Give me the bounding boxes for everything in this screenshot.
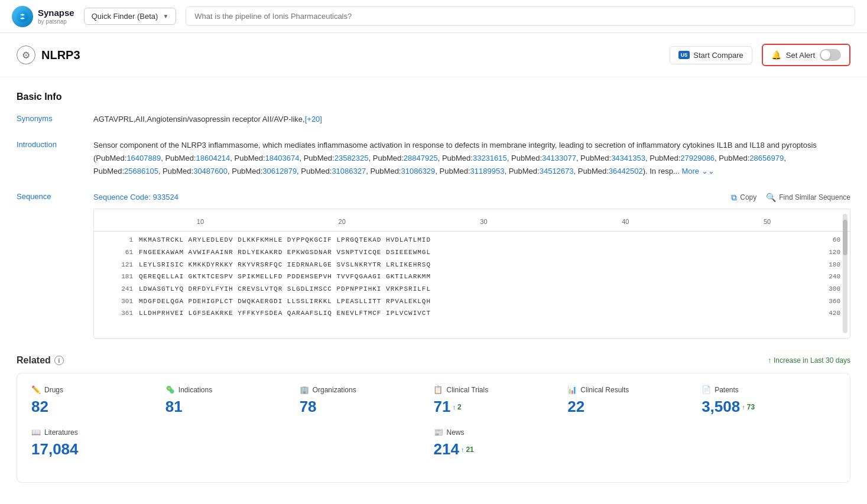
synapse-logo <box>12 6 33 27</box>
related-item-clinical-results[interactable]: 📊 Clinical Results 22 <box>567 385 702 428</box>
pubmed-link-11[interactable]: 25686105 <box>124 167 158 175</box>
related-item-header-literatures: 📖 Literatures <box>31 428 424 437</box>
related-item-drugs[interactable]: ✏️ Drugs 82 <box>31 385 165 428</box>
chevron-down-icon: ▼ <box>163 13 168 19</box>
drugs-icon: ✏️ <box>31 385 41 394</box>
introduction-label: Introduction <box>17 139 93 149</box>
seq-line-5: 241 LDWASGTLYQ DRFDYLFYIH CREVSLVTQR SLG… <box>94 283 850 295</box>
related-item-literatures[interactable]: 📖 Literatures 17,084 <box>31 428 434 470</box>
pubmed-link-4[interactable]: 23582325 <box>335 154 369 162</box>
introduction-row: Introduction Sensor component of the NLR… <box>17 139 850 178</box>
pubmed-link-3[interactable]: 18403674 <box>265 154 300 162</box>
sequence-value: Sequence Code: 933524 ⧉ Copy 🔍 Find Simi… <box>93 191 850 339</box>
pubmed-link-8[interactable]: 34341353 <box>611 154 645 162</box>
results-count: 22 <box>567 398 692 416</box>
set-alert-button[interactable]: 🔔 Set Alert <box>762 44 850 66</box>
related-row-1: ✏️ Drugs 82 🦠 Indications 81 <box>31 385 836 428</box>
pubmed-link-14[interactable]: 31086327 <box>332 167 366 175</box>
header-actions: U5 Start Compare 🔔 Set Alert <box>670 44 850 66</box>
related-item-clinical-trials[interactable]: 📋 Clinical Trials 71 ↑2 <box>433 385 567 428</box>
quick-finder-label: Quick Finder (Beta) <box>92 12 158 21</box>
pubmed-link-2[interactable]: 18604214 <box>196 154 230 162</box>
news-icon: 📰 <box>434 428 443 437</box>
pubmed-link-15[interactable]: 31086329 <box>401 167 435 175</box>
copy-button[interactable]: ⧉ Copy <box>731 193 756 203</box>
logo-area: Synapse by patsnap <box>12 6 74 27</box>
pubmed-link-12[interactable]: 30487600 <box>193 167 228 175</box>
intro-more-link[interactable]: More ⌄⌄ <box>681 167 714 175</box>
related-info-icon[interactable]: i <box>54 356 64 365</box>
alert-toggle[interactable] <box>820 49 841 61</box>
synonyms-row: Synonyms AGTAVPRL,AII,Angiotensin/vasopr… <box>17 113 850 126</box>
literatures-icon: 📖 <box>31 428 41 437</box>
quick-finder-button[interactable]: Quick Finder (Beta) ▼ <box>84 8 177 25</box>
pubmed-link-16[interactable]: 31189953 <box>470 167 505 175</box>
pubmed-link-18[interactable]: 36442502 <box>609 167 643 175</box>
related-header: Related i ↑ Increase in Last 30 days <box>17 355 850 366</box>
sequence-box: 10 20 30 40 50 1 MKMASTRCKL ARYLEDLEDV D… <box>93 209 850 339</box>
related-item-header-results: 📊 Clinical Results <box>567 385 692 394</box>
related-item-patents[interactable]: 📄 Patents 3,508 ↑73 <box>702 385 836 428</box>
synonyms-more-link[interactable]: [+20] <box>305 115 322 123</box>
settings-icon: ⚙ <box>17 45 35 64</box>
seq-line-1: 1 MKMASTRCKL ARYLEDLEDV DLKKFKMHLE DYPPQ… <box>94 234 850 246</box>
scrollbar-thumb <box>843 220 847 255</box>
related-item-header-indications: 🦠 Indications <box>165 385 290 394</box>
start-compare-button[interactable]: U5 Start Compare <box>670 46 752 64</box>
related-item-indications[interactable]: 🦠 Indications 81 <box>165 385 300 428</box>
search-input[interactable] <box>186 6 855 26</box>
compare-icon: U5 <box>678 51 690 59</box>
pubmed-link-10[interactable]: 28656979 <box>749 154 784 162</box>
brand-text: Synapse by patsnap <box>38 8 74 25</box>
drugs-count: 82 <box>31 398 156 416</box>
patents-icon: 📄 <box>702 385 711 394</box>
related-title: Related i <box>17 355 64 366</box>
seq-line-2: 61 FNGEEKAWAM AVWIFAAINR RDLYEKAKRD EPKW… <box>94 246 850 259</box>
pubmed-link-9[interactable]: 27929086 <box>680 154 715 162</box>
sequence-header: Sequence Code: 933524 ⧉ Copy 🔍 Find Simi… <box>93 191 850 204</box>
related-section: Related i ↑ Increase in Last 30 days ✏️ … <box>17 355 850 483</box>
start-compare-label: Start Compare <box>693 51 743 60</box>
organizations-count: 78 <box>300 398 424 416</box>
news-count: 214 ↑21 <box>434 440 474 459</box>
brand-name: Synapse <box>38 8 74 18</box>
set-alert-label: Set Alert <box>786 51 815 60</box>
sequence-label: Sequence <box>17 191 93 201</box>
pubmed-link-6[interactable]: 33231615 <box>473 154 507 162</box>
seq-line-4: 181 QEREQELLAI GKTKTCESPV SPIKMELLFD PDD… <box>94 271 850 283</box>
pubmed-link-7[interactable]: 34133077 <box>542 154 576 162</box>
search-circle-icon: 🔍 <box>766 193 776 202</box>
seq-line-7: 361 LLDHPRHVEI LGFSEAKRKE YFFKYFSDEA QAR… <box>94 307 850 320</box>
pubmed-link-17[interactable]: 34512673 <box>540 167 574 175</box>
toggle-track <box>820 49 841 61</box>
sequence-scrollbar[interactable] <box>843 214 847 333</box>
basic-info-title: Basic Info <box>17 92 850 102</box>
pubmed-link-13[interactable]: 30612879 <box>262 167 297 175</box>
pubmed-link-5[interactable]: 28847925 <box>404 154 438 162</box>
literatures-count: 17,084 <box>31 440 424 459</box>
related-grid: ✏️ Drugs 82 🦠 Indications 81 <box>17 373 850 483</box>
find-similar-button[interactable]: 🔍 Find Similar Sequence <box>766 193 850 202</box>
related-item-header-news: 📰 News <box>434 428 827 437</box>
copy-label: Copy <box>740 193 756 201</box>
sequence-code: Sequence Code: 933524 <box>93 191 178 204</box>
pubmed-link-1[interactable]: 16407889 <box>126 154 161 162</box>
sequence-actions: ⧉ Copy 🔍 Find Similar Sequence <box>731 193 850 203</box>
related-item-header-organizations: 🏢 Organizations <box>300 385 424 394</box>
seq-line-6: 301 MDGFDELQGA PDEHIGPLCT DWQKAERGDI LLS… <box>94 295 850 308</box>
toggle-thumb <box>821 50 830 60</box>
copy-icon: ⧉ <box>731 193 737 203</box>
navbar: Synapse by patsnap Quick Finder (Beta) ▼ <box>0 0 867 33</box>
related-item-header-patents: 📄 Patents <box>702 385 826 394</box>
trials-count: 71 ↑2 <box>433 398 461 416</box>
related-item-organizations[interactable]: 🏢 Organizations 78 <box>300 385 434 428</box>
related-item-news[interactable]: 📰 News 214 ↑21 <box>434 428 836 470</box>
clinical-results-icon: 📊 <box>567 385 577 394</box>
svg-point-0 <box>17 11 28 22</box>
page-title: NLRP3 <box>41 48 80 62</box>
page-header: ⚙ NLRP3 U5 Start Compare 🔔 Set Alert <box>0 33 867 77</box>
find-similar-label: Find Similar Sequence <box>779 193 850 201</box>
indications-count: 81 <box>165 398 290 416</box>
organizations-icon: 🏢 <box>300 385 309 394</box>
sequence-row: Sequence Sequence Code: 933524 ⧉ Copy 🔍 <box>17 191 850 339</box>
